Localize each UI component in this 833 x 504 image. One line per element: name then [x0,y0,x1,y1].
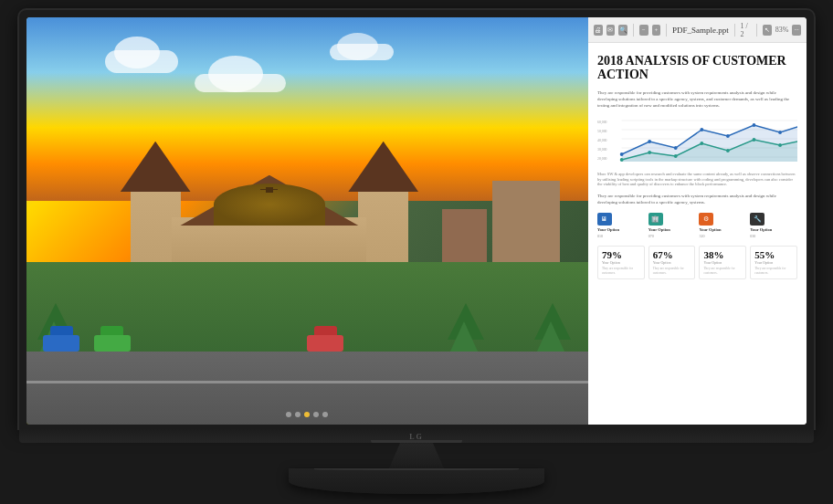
pointer-icon[interactable]: ↖ [763,25,772,36]
doc-footnote: More SW & app developers can research an… [597,172,797,188]
svg-point-19 [620,158,624,162]
svg-point-14 [674,146,678,150]
option-label-2: Your Option [648,227,670,232]
svg-point-12 [620,152,624,156]
option-sublabel-1: 010 [597,234,603,238]
svg-point-18 [778,131,782,134]
cathedral-dome [214,184,325,226]
svg-point-17 [752,123,755,127]
cloud-3 [330,44,394,60]
stat-number-2: 67% [653,250,691,260]
doc-body-text: They are responsible for providing custo… [597,89,797,109]
svg-point-16 [726,134,730,138]
screen: 🖨 ✉ 🔍 − + PDF_Sample.ppt 1 / 2 ↖ 83% ··· [26,17,807,425]
chart-svg: 60,000 50,000 40,000 30,000 20,000 [597,116,797,166]
car-body-2 [94,335,131,352]
stat-label-1: Your Option [602,260,640,265]
stat-number-4: 55% [754,250,793,260]
doc-content: 2018 ANALYSIS OF CUSTOMER ACTION They ar… [588,43,807,425]
cloud-1 [105,50,178,73]
page-info: 1 / 2 [741,22,752,38]
monitor-neck [389,443,444,468]
doc-chart: 60,000 50,000 40,000 30,000 20,000 [597,116,797,166]
option-3: ⚙ Your Option 320 [699,213,746,238]
car-body-1 [43,335,79,352]
monitor-stand [289,468,544,494]
monitor-bottom-bezel: LG [19,428,814,443]
stat-text-2: They are responsible for customers. [653,267,691,275]
tree-top2-2 [449,321,479,353]
svg-text:60,000: 60,000 [597,121,606,125]
option-sublabel-2: 070 [648,234,654,238]
more-options-icon[interactable]: ··· [792,25,801,36]
cloud-2 [195,74,286,92]
stats-row: 79% Your Option They are responsible for… [597,246,797,279]
car-1 [43,326,79,352]
nav-dot-5[interactable] [322,412,328,417]
stat-1: 79% Your Option They are responsible for… [597,246,645,279]
svg-point-24 [752,138,755,142]
stat-label-3: Your Option [703,260,742,265]
svg-point-23 [726,149,730,152]
tower-left-roof [117,142,195,192]
toolbar-separator-4 [756,24,757,37]
nav-dot-3[interactable] [304,412,310,417]
toolbar-separator-1 [633,24,634,37]
stat-label-2: Your Option [653,260,691,265]
stat-3: 38% Your Option They are responsible for… [699,246,746,279]
zoom-in-icon[interactable]: + [652,25,661,36]
stat-number-3: 38% [703,250,742,260]
option-label-1: Your Option [597,227,619,232]
tree-top2-3 [536,321,565,353]
option-sublabel-3: 320 [699,234,704,238]
toolbar-separator-2 [666,24,667,37]
nav-dots [286,412,328,417]
svg-point-22 [700,142,703,145]
zoom-level: 83% [775,26,789,34]
option-2: 🏢 Your Option 070 [648,213,696,238]
print-icon[interactable]: 🖨 [594,25,603,36]
search-icon[interactable]: 🔍 [618,25,627,36]
option-4: 🔧 Your Option 030 [750,213,797,238]
nav-dot-1[interactable] [286,412,291,417]
dome-cross [266,187,272,193]
stat-label-4: Your Option [754,260,793,265]
options-row: 🖥 Your Option 010 🏢 Your Option 070 ⚙ Yo… [597,213,797,238]
tower-right-roof [344,142,422,192]
car-body-3 [307,335,343,352]
nav-dot-4[interactable] [313,412,319,417]
street-line [26,381,588,383]
stat-text-3: They are responsible for customers. [703,267,742,275]
option-icon-1: 🖥 [597,213,612,226]
lg-logo: LG [409,433,424,441]
stat-4: 55% Your Option They are responsible for… [750,246,797,279]
option-icon-2: 🏢 [648,213,663,226]
doc-title: 2018 ANALYSIS OF CUSTOMER ACTION [597,54,797,82]
svg-point-15 [700,128,703,131]
zoom-out-icon[interactable]: − [639,25,648,36]
doc-body-text2: They are responsible for providing custo… [597,193,797,205]
stat-text-1: They are responsible for customers. [602,267,640,275]
stat-number-1: 79% [602,250,640,260]
svg-point-25 [778,143,782,147]
stat-text-4: They are responsible for customers. [754,267,793,275]
svg-point-21 [674,154,678,158]
monitor-frame: 🖨 ✉ 🔍 − + PDF_Sample.ppt 1 / 2 ↖ 83% ··· [19,10,814,428]
document-panel: 🖨 ✉ 🔍 − + PDF_Sample.ppt 1 / 2 ↖ 83% ··· [588,17,807,425]
svg-point-20 [648,151,651,154]
toolbar-separator-3 [734,24,735,37]
car-3 [307,326,343,352]
stat-2: 67% Your Option They are responsible for… [648,246,696,279]
doc-toolbar: 🖨 ✉ 🔍 − + PDF_Sample.ppt 1 / 2 ↖ 83% ··· [588,17,807,43]
photo-area [26,17,588,425]
doc-filename: PDF_Sample.ppt [672,26,729,35]
option-icon-3: ⚙ [699,213,713,226]
svg-text:30,000: 30,000 [597,148,606,152]
svg-text:40,000: 40,000 [597,139,606,143]
nav-dot-2[interactable] [295,412,301,417]
option-1: 🖥 Your Option 010 [597,213,645,238]
svg-text:20,000: 20,000 [597,157,606,162]
email-icon[interactable]: ✉ [606,25,616,36]
monitor: 🖨 ✉ 🔍 − + PDF_Sample.ppt 1 / 2 ↖ 83% ··· [19,10,814,494]
option-icon-4: 🔧 [750,213,764,226]
